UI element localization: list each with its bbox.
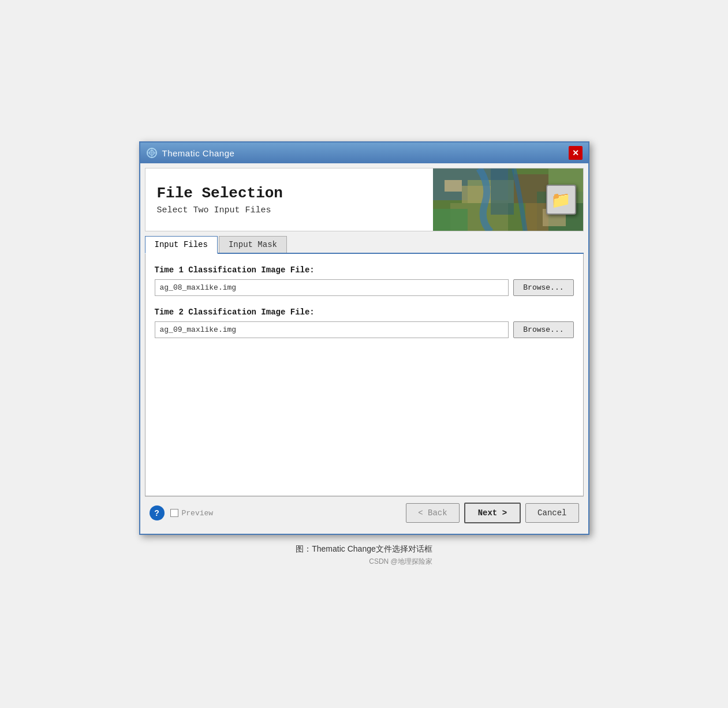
screenshot-wrapper: Thematic Change ✕ File Selection Select … <box>139 141 589 567</box>
back-button[interactable]: < Back <box>406 503 459 523</box>
title-bar: Thematic Change ✕ <box>140 143 588 163</box>
header-text: File Selection Select Two Input Files <box>145 168 433 231</box>
window-title: Thematic Change <box>162 148 235 158</box>
browse-button-2[interactable]: Browse... <box>513 321 573 338</box>
folder-icon: 📁 <box>551 190 571 209</box>
field1-label: Time 1 Classification Image File: <box>155 265 574 275</box>
caption-text: 图：Thematic Change文件选择对话框 <box>296 544 432 555</box>
field2-row: Browse... <box>155 321 574 338</box>
tabs-container: Input Files Input Mask <box>145 236 584 254</box>
preview-checkbox[interactable] <box>170 509 178 517</box>
next-button[interactable]: Next > <box>464 503 521 523</box>
preview-label: Preview <box>182 509 214 518</box>
bottom-right: < Back Next > Cancel <box>406 503 578 523</box>
cancel-button[interactable]: Cancel <box>525 503 578 523</box>
header-image: 📁 <box>433 168 583 231</box>
folder-icon-button[interactable]: 📁 <box>546 185 576 215</box>
dialog-body: Input Files Input Mask Time 1 Classifica… <box>145 236 584 529</box>
file-input-2[interactable] <box>155 321 509 338</box>
bottom-left: ? Preview <box>150 505 214 520</box>
app-icon <box>146 147 158 159</box>
svg-rect-15 <box>445 180 462 192</box>
svg-rect-10 <box>491 168 514 215</box>
header-subtitle: Select Two Input Files <box>157 205 421 215</box>
tab-content: Time 1 Classification Image File: Browse… <box>145 254 584 496</box>
field1-row: Browse... <box>155 279 574 296</box>
preview-row: Preview <box>170 509 214 518</box>
file-input-1[interactable] <box>155 279 509 296</box>
tab-input-mask[interactable]: Input Mask <box>219 236 287 253</box>
field2-label: Time 2 Classification Image File: <box>155 308 574 317</box>
dialog-bottom: ? Preview < Back Next > Cancel <box>145 496 584 529</box>
header-title: File Selection <box>157 185 421 202</box>
help-button[interactable]: ? <box>150 505 165 520</box>
svg-rect-13 <box>433 209 468 231</box>
caption-wrapper: 图：Thematic Change文件选择对话框 CSDN @地理探险家 <box>296 544 432 567</box>
title-bar-left: Thematic Change <box>146 147 235 159</box>
dialog-header: File Selection Select Two Input Files <box>145 168 584 231</box>
browse-button-1[interactable]: Browse... <box>513 279 573 296</box>
close-button[interactable]: ✕ <box>569 146 583 160</box>
caption-source: CSDN @地理探险家 <box>296 557 432 567</box>
dialog-window: Thematic Change ✕ File Selection Select … <box>139 141 589 535</box>
tab-input-files[interactable]: Input Files <box>145 236 218 254</box>
